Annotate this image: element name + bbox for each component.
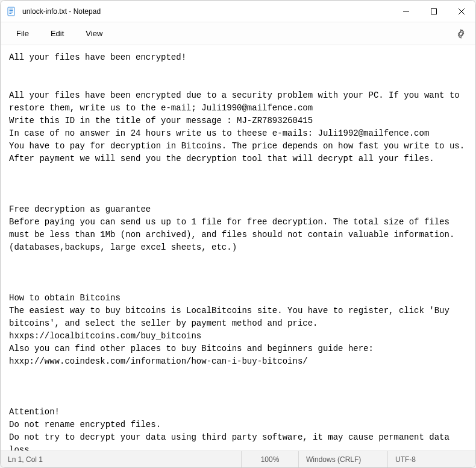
menubar: File Edit View: [1, 22, 475, 45]
text-line: [9, 267, 467, 279]
gear-icon: [456, 29, 466, 39]
text-line: Do not rename encrypted files.: [9, 419, 467, 431]
text-line: How to obtain Bitcoins: [9, 292, 467, 305]
text-line: Free decryption as guarantee: [9, 203, 467, 216]
text-line: Do not try to decrypt your data using th…: [9, 431, 467, 451]
text-line: [9, 254, 467, 267]
text-line: [9, 178, 467, 191]
text-line: hxxp://www.coindesk.com/information/how-…: [9, 355, 467, 368]
text-line: Also you can find other places to buy Bi…: [9, 343, 467, 355]
svg-rect-0: [8, 7, 14, 16]
menu-edit[interactable]: Edit: [40, 25, 75, 42]
text-line: [9, 64, 467, 77]
text-line: All your files have been encrypted!: [9, 51, 467, 64]
menu-view[interactable]: View: [75, 25, 113, 42]
text-line: [9, 393, 467, 406]
settings-button[interactable]: [451, 24, 471, 43]
text-line: Before paying you can send us up to 1 fi…: [9, 216, 467, 254]
text-line: [9, 77, 467, 89]
window-controls: [392, 1, 475, 22]
text-line: [9, 165, 467, 178]
status-position: Ln 1, Col 1: [1, 451, 242, 467]
text-line: You have to pay for decryption in Bitcoi…: [9, 140, 467, 165]
text-line: [9, 279, 467, 292]
window-title: unlock-info.txt - Notepad: [22, 7, 101, 16]
notepad-window: unlock-info.txt - Notepad File Edit View…: [0, 0, 476, 468]
titlebar: unlock-info.txt - Notepad: [1, 1, 475, 22]
maximize-button[interactable]: [420, 1, 448, 22]
svg-rect-6: [431, 8, 437, 14]
status-eol: Windows (CRLF): [299, 451, 388, 467]
text-line: Write this ID in the title of your messa…: [9, 115, 467, 127]
statusbar: Ln 1, Col 1 100% Windows (CRLF) UTF-8: [1, 451, 475, 467]
text-line: hxxps://localbitcoins.com/buy_bitcoins: [9, 330, 467, 343]
status-zoom: 100%: [242, 451, 299, 467]
minimize-button[interactable]: [392, 1, 420, 22]
text-line: [9, 191, 467, 203]
text-line: In case of no answer in 24 hours write u…: [9, 127, 467, 140]
notepad-icon: [7, 7, 16, 16]
menu-file[interactable]: File: [5, 25, 40, 42]
text-line: All your files have been encrypted due t…: [9, 89, 467, 115]
text-line: [9, 368, 467, 381]
text-line: The easiest way to buy bitcoins is Local…: [9, 305, 467, 330]
text-line: [9, 381, 467, 393]
status-encoding: UTF-8: [388, 451, 475, 467]
text-line: Attention!: [9, 406, 467, 419]
text-area[interactable]: All your files have been encrypted! All …: [1, 45, 475, 451]
close-button[interactable]: [448, 1, 475, 22]
